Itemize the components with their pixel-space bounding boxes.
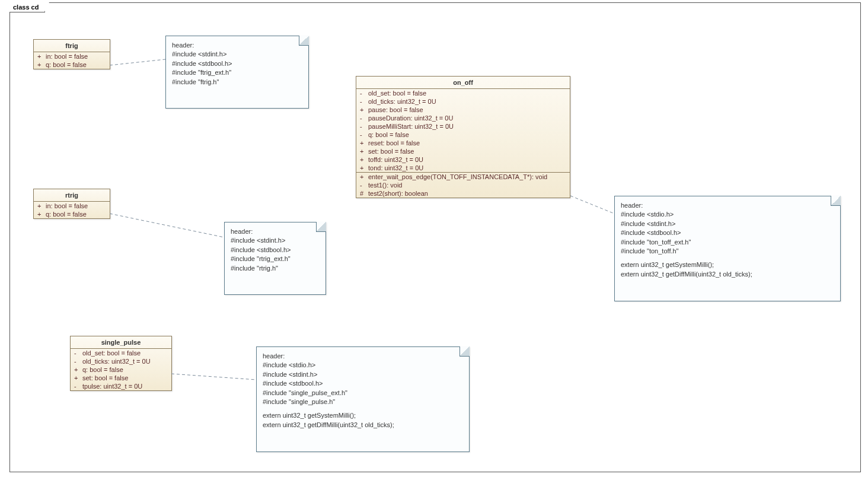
note-rtrig: header: #include <stdint.h> #include <st… — [224, 222, 326, 295]
attr-row: +toffd: uint32_t = 0U — [356, 155, 570, 164]
attr-row: +pause: bool = false — [356, 106, 570, 114]
class-single-pulse: single_pulse -old_set: bool = false -old… — [70, 336, 172, 391]
attr-row: -old_ticks: uint32_t = 0U — [71, 357, 171, 365]
attr-row: +set: bool = false — [356, 147, 570, 155]
class-ftrig: ftrig +in: bool = false +q: bool = false — [33, 39, 110, 69]
class-attrs: -old_set: bool = false -old_ticks: uint3… — [356, 89, 570, 173]
attr-row: +in: bool = false — [34, 202, 110, 210]
note-fold-icon — [299, 36, 309, 46]
frame-label: class cd — [9, 2, 45, 12]
class-title: ftrig — [34, 40, 110, 52]
attr-row: -pauseDuration: uint32_t = 0U — [356, 114, 570, 122]
op-row: +enter_wait_pos_edge(TON_TOFF_INSTANCEDA… — [356, 173, 570, 181]
attr-row: +reset: bool = false — [356, 139, 570, 147]
attr-row: -tpulse: uint32_t = 0U — [71, 382, 171, 390]
class-attrs: +in: bool = false +q: bool = false — [34, 202, 110, 218]
note-on-off: header: #include <stdio.h> #include <std… — [614, 196, 841, 301]
class-title: rtrig — [34, 189, 110, 202]
attr-row: -old_set: bool = false — [356, 89, 570, 97]
attr-row: +in: bool = false — [34, 52, 110, 61]
attr-row: -old_ticks: uint32_t = 0U — [356, 97, 570, 106]
note-fold-icon — [459, 346, 470, 357]
attr-row: -q: bool = false — [356, 131, 570, 139]
attr-row: -old_set: bool = false — [71, 349, 171, 357]
attr-row: +q: bool = false — [34, 61, 110, 69]
attr-row: +set: bool = false — [71, 374, 171, 382]
op-row: #test2(short): boolean — [356, 189, 570, 198]
note-single-pulse: header: #include <stdio.h> #include <std… — [256, 346, 470, 452]
op-row: -test1(): void — [356, 181, 570, 189]
attr-row: +q: bool = false — [34, 210, 110, 218]
class-attrs: -old_set: bool = false -old_ticks: uint3… — [71, 349, 171, 390]
attr-row: +q: bool = false — [71, 365, 171, 374]
class-title: single_pulse — [71, 336, 171, 349]
attr-row: +tond: uint32_t = 0U — [356, 164, 570, 172]
attr-row: -pauseMilliStart: uint32_t = 0U — [356, 122, 570, 131]
class-rtrig: rtrig +in: bool = false +q: bool = false — [33, 189, 110, 219]
class-on-off: on_off -old_set: bool = false -old_ticks… — [356, 76, 570, 198]
class-attrs: +in: bool = false +q: bool = false — [34, 52, 110, 69]
note-ftrig: header: #include <stdint.h> #include <st… — [165, 36, 309, 109]
note-fold-icon — [831, 196, 841, 206]
note-fold-icon — [316, 222, 326, 232]
class-ops: +enter_wait_pos_edge(TON_TOFF_INSTANCEDA… — [356, 173, 570, 198]
class-title: on_off — [356, 77, 570, 89]
